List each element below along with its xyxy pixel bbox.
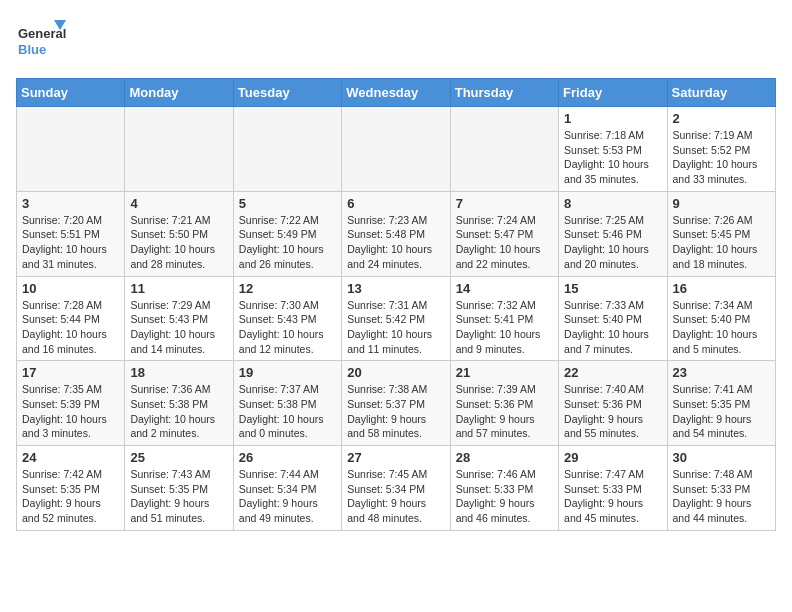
day-info: Sunrise: 7:30 AMSunset: 5:43 PMDaylight:…	[239, 298, 336, 357]
weekday-header-monday: Monday	[125, 79, 233, 107]
day-info: Sunrise: 7:22 AMSunset: 5:49 PMDaylight:…	[239, 213, 336, 272]
calendar-cell: 22Sunrise: 7:40 AMSunset: 5:36 PMDayligh…	[559, 361, 667, 446]
day-info: Sunrise: 7:48 AMSunset: 5:33 PMDaylight:…	[673, 467, 770, 526]
day-info: Sunrise: 7:38 AMSunset: 5:37 PMDaylight:…	[347, 382, 444, 441]
calendar-cell: 7Sunrise: 7:24 AMSunset: 5:47 PMDaylight…	[450, 191, 558, 276]
day-number: 22	[564, 365, 661, 380]
day-number: 18	[130, 365, 227, 380]
calendar-cell: 28Sunrise: 7:46 AMSunset: 5:33 PMDayligh…	[450, 446, 558, 531]
day-info: Sunrise: 7:31 AMSunset: 5:42 PMDaylight:…	[347, 298, 444, 357]
calendar-cell: 25Sunrise: 7:43 AMSunset: 5:35 PMDayligh…	[125, 446, 233, 531]
calendar-cell: 8Sunrise: 7:25 AMSunset: 5:46 PMDaylight…	[559, 191, 667, 276]
calendar-cell: 2Sunrise: 7:19 AMSunset: 5:52 PMDaylight…	[667, 107, 775, 192]
calendar-cell: 5Sunrise: 7:22 AMSunset: 5:49 PMDaylight…	[233, 191, 341, 276]
day-info: Sunrise: 7:36 AMSunset: 5:38 PMDaylight:…	[130, 382, 227, 441]
day-number: 1	[564, 111, 661, 126]
calendar-cell	[450, 107, 558, 192]
day-number: 21	[456, 365, 553, 380]
day-number: 3	[22, 196, 119, 211]
day-info: Sunrise: 7:18 AMSunset: 5:53 PMDaylight:…	[564, 128, 661, 187]
calendar-cell: 17Sunrise: 7:35 AMSunset: 5:39 PMDayligh…	[17, 361, 125, 446]
calendar-cell: 20Sunrise: 7:38 AMSunset: 5:37 PMDayligh…	[342, 361, 450, 446]
day-info: Sunrise: 7:45 AMSunset: 5:34 PMDaylight:…	[347, 467, 444, 526]
calendar-cell: 9Sunrise: 7:26 AMSunset: 5:45 PMDaylight…	[667, 191, 775, 276]
day-info: Sunrise: 7:21 AMSunset: 5:50 PMDaylight:…	[130, 213, 227, 272]
logo-svg: General Blue	[16, 16, 66, 66]
weekday-header-wednesday: Wednesday	[342, 79, 450, 107]
calendar-cell: 13Sunrise: 7:31 AMSunset: 5:42 PMDayligh…	[342, 276, 450, 361]
day-number: 30	[673, 450, 770, 465]
calendar-cell: 10Sunrise: 7:28 AMSunset: 5:44 PMDayligh…	[17, 276, 125, 361]
day-number: 2	[673, 111, 770, 126]
day-info: Sunrise: 7:29 AMSunset: 5:43 PMDaylight:…	[130, 298, 227, 357]
day-number: 13	[347, 281, 444, 296]
day-info: Sunrise: 7:34 AMSunset: 5:40 PMDaylight:…	[673, 298, 770, 357]
day-info: Sunrise: 7:43 AMSunset: 5:35 PMDaylight:…	[130, 467, 227, 526]
calendar-cell	[17, 107, 125, 192]
calendar-cell: 14Sunrise: 7:32 AMSunset: 5:41 PMDayligh…	[450, 276, 558, 361]
svg-text:General: General	[18, 26, 66, 41]
calendar-cell	[125, 107, 233, 192]
day-info: Sunrise: 7:23 AMSunset: 5:48 PMDaylight:…	[347, 213, 444, 272]
day-number: 15	[564, 281, 661, 296]
day-number: 10	[22, 281, 119, 296]
day-info: Sunrise: 7:33 AMSunset: 5:40 PMDaylight:…	[564, 298, 661, 357]
calendar-cell: 29Sunrise: 7:47 AMSunset: 5:33 PMDayligh…	[559, 446, 667, 531]
calendar-week-row: 1Sunrise: 7:18 AMSunset: 5:53 PMDaylight…	[17, 107, 776, 192]
header: General Blue	[16, 16, 776, 66]
calendar-week-row: 24Sunrise: 7:42 AMSunset: 5:35 PMDayligh…	[17, 446, 776, 531]
day-number: 25	[130, 450, 227, 465]
day-number: 19	[239, 365, 336, 380]
weekday-header-row: SundayMondayTuesdayWednesdayThursdayFrid…	[17, 79, 776, 107]
day-number: 20	[347, 365, 444, 380]
weekday-header-saturday: Saturday	[667, 79, 775, 107]
calendar-cell: 21Sunrise: 7:39 AMSunset: 5:36 PMDayligh…	[450, 361, 558, 446]
calendar-cell: 3Sunrise: 7:20 AMSunset: 5:51 PMDaylight…	[17, 191, 125, 276]
day-number: 8	[564, 196, 661, 211]
weekday-header-thursday: Thursday	[450, 79, 558, 107]
day-info: Sunrise: 7:24 AMSunset: 5:47 PMDaylight:…	[456, 213, 553, 272]
calendar-cell: 4Sunrise: 7:21 AMSunset: 5:50 PMDaylight…	[125, 191, 233, 276]
calendar-week-row: 3Sunrise: 7:20 AMSunset: 5:51 PMDaylight…	[17, 191, 776, 276]
calendar-cell: 12Sunrise: 7:30 AMSunset: 5:43 PMDayligh…	[233, 276, 341, 361]
day-number: 7	[456, 196, 553, 211]
day-info: Sunrise: 7:28 AMSunset: 5:44 PMDaylight:…	[22, 298, 119, 357]
logo: General Blue	[16, 16, 66, 66]
day-info: Sunrise: 7:26 AMSunset: 5:45 PMDaylight:…	[673, 213, 770, 272]
day-info: Sunrise: 7:19 AMSunset: 5:52 PMDaylight:…	[673, 128, 770, 187]
day-info: Sunrise: 7:44 AMSunset: 5:34 PMDaylight:…	[239, 467, 336, 526]
day-info: Sunrise: 7:40 AMSunset: 5:36 PMDaylight:…	[564, 382, 661, 441]
day-info: Sunrise: 7:41 AMSunset: 5:35 PMDaylight:…	[673, 382, 770, 441]
day-number: 29	[564, 450, 661, 465]
day-number: 6	[347, 196, 444, 211]
day-number: 16	[673, 281, 770, 296]
calendar-cell: 15Sunrise: 7:33 AMSunset: 5:40 PMDayligh…	[559, 276, 667, 361]
calendar-cell: 6Sunrise: 7:23 AMSunset: 5:48 PMDaylight…	[342, 191, 450, 276]
svg-text:Blue: Blue	[18, 42, 46, 57]
calendar-cell: 23Sunrise: 7:41 AMSunset: 5:35 PMDayligh…	[667, 361, 775, 446]
calendar-cell: 19Sunrise: 7:37 AMSunset: 5:38 PMDayligh…	[233, 361, 341, 446]
day-info: Sunrise: 7:35 AMSunset: 5:39 PMDaylight:…	[22, 382, 119, 441]
calendar-cell: 1Sunrise: 7:18 AMSunset: 5:53 PMDaylight…	[559, 107, 667, 192]
day-number: 17	[22, 365, 119, 380]
day-number: 14	[456, 281, 553, 296]
day-info: Sunrise: 7:42 AMSunset: 5:35 PMDaylight:…	[22, 467, 119, 526]
day-info: Sunrise: 7:46 AMSunset: 5:33 PMDaylight:…	[456, 467, 553, 526]
day-number: 26	[239, 450, 336, 465]
day-number: 27	[347, 450, 444, 465]
weekday-header-sunday: Sunday	[17, 79, 125, 107]
day-number: 23	[673, 365, 770, 380]
weekday-header-tuesday: Tuesday	[233, 79, 341, 107]
calendar-week-row: 10Sunrise: 7:28 AMSunset: 5:44 PMDayligh…	[17, 276, 776, 361]
day-number: 11	[130, 281, 227, 296]
day-info: Sunrise: 7:39 AMSunset: 5:36 PMDaylight:…	[456, 382, 553, 441]
calendar-table: SundayMondayTuesdayWednesdayThursdayFrid…	[16, 78, 776, 531]
day-info: Sunrise: 7:20 AMSunset: 5:51 PMDaylight:…	[22, 213, 119, 272]
day-info: Sunrise: 7:32 AMSunset: 5:41 PMDaylight:…	[456, 298, 553, 357]
day-info: Sunrise: 7:47 AMSunset: 5:33 PMDaylight:…	[564, 467, 661, 526]
calendar-cell: 27Sunrise: 7:45 AMSunset: 5:34 PMDayligh…	[342, 446, 450, 531]
day-number: 9	[673, 196, 770, 211]
day-info: Sunrise: 7:37 AMSunset: 5:38 PMDaylight:…	[239, 382, 336, 441]
calendar-cell	[233, 107, 341, 192]
weekday-header-friday: Friday	[559, 79, 667, 107]
